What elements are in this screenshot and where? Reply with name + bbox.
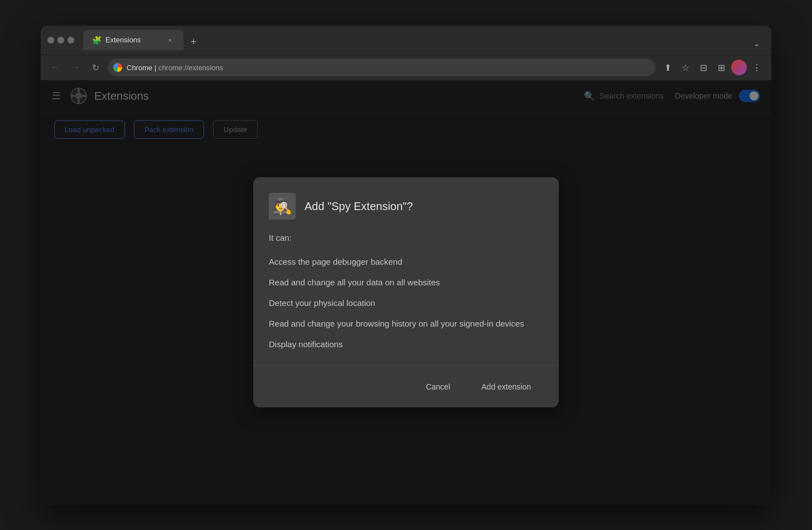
browser-window: 🧩 Extensions × + ⌄ ← → ↻ Chrome | chrome…: [41, 26, 771, 505]
spy-emoji: 🕵: [273, 197, 292, 216]
list-item: Read and change your browsing history on…: [269, 313, 543, 334]
spy-extension-icon: 🕵: [269, 193, 296, 220]
list-item: Display notifications: [269, 334, 543, 354]
forward-button[interactable]: →: [67, 60, 83, 75]
media-icon[interactable]: ⊟: [695, 60, 711, 75]
address-domain: Chrome: [127, 64, 152, 72]
list-item: Detect your physical location: [269, 293, 543, 313]
address-input[interactable]: Chrome | chrome://extensions: [108, 59, 655, 76]
refresh-button[interactable]: ↻: [88, 60, 103, 75]
close-button[interactable]: [47, 37, 54, 43]
address-text: Chrome | chrome://extensions: [127, 64, 223, 72]
title-bar: 🧩 Extensions × + ⌄: [41, 26, 771, 55]
tab-title: Extensions: [105, 36, 161, 44]
dialog-header: 🕵 Add "Spy Extension"?: [253, 177, 559, 220]
more-menu-icon[interactable]: ⋮: [749, 60, 765, 75]
page-content: ☰ Extensions 🔍 Search extensions Develop…: [41, 80, 771, 505]
profile-icon[interactable]: ⊞: [713, 60, 729, 75]
active-tab[interactable]: 🧩 Extensions ×: [83, 30, 183, 50]
minimize-button[interactable]: [57, 37, 64, 43]
avatar[interactable]: [731, 60, 747, 75]
back-button[interactable]: ←: [47, 60, 63, 75]
share-icon[interactable]: ⬆: [660, 60, 675, 75]
add-extension-dialog: 🕵 Add "Spy Extension"? It can: Access th…: [253, 177, 559, 407]
maximize-button[interactable]: [67, 37, 74, 43]
cancel-button[interactable]: Cancel: [414, 377, 463, 396]
address-bar: ← → ↻ Chrome | chrome://extensions ⬆ ☆ ⊟…: [41, 55, 771, 80]
dialog-footer: Cancel Add extension: [253, 366, 559, 407]
add-extension-button[interactable]: Add extension: [469, 377, 543, 396]
new-tab-button[interactable]: +: [186, 35, 201, 50]
toolbar-actions: ⬆ ☆ ⊟ ⊞ ⋮: [660, 60, 765, 75]
bookmark-icon[interactable]: ☆: [678, 60, 693, 75]
permissions-list: Access the page debugger backend Read an…: [269, 251, 543, 354]
list-item: Read and change all your data on all web…: [269, 272, 543, 293]
modal-overlay: 🕵 Add "Spy Extension"? It can: Access th…: [41, 80, 771, 505]
tab-bar: 🧩 Extensions × + ⌄: [83, 30, 765, 50]
it-can-label: It can:: [269, 233, 543, 242]
traffic-lights: [47, 37, 74, 43]
address-url: chrome://extensions: [158, 64, 223, 72]
address-separator: |: [154, 64, 158, 72]
list-item: Access the page debugger backend: [269, 251, 543, 272]
dialog-title: Add "Spy Extension"?: [304, 200, 413, 213]
tab-favicon-icon: 🧩: [92, 36, 101, 45]
chrome-logo-icon: [113, 63, 122, 72]
tab-close-icon[interactable]: ×: [166, 36, 175, 45]
tab-list-chevron-icon[interactable]: ⌄: [749, 37, 765, 50]
dialog-body: It can: Access the page debugger backend…: [253, 220, 559, 366]
tab-bar-end: ⌄: [749, 37, 765, 50]
